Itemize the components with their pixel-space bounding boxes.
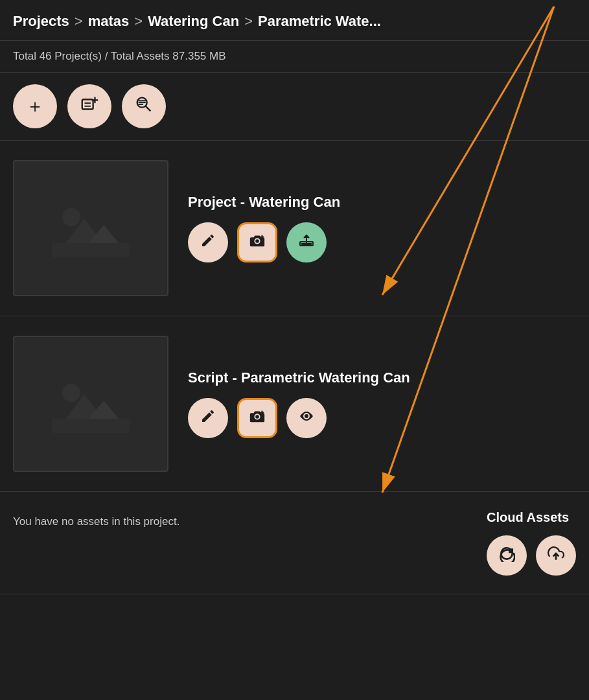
svg-rect-23	[52, 419, 130, 433]
toolbar: ＋	[0, 73, 589, 141]
cloud-assets-title: Cloud Assets	[487, 510, 569, 525]
edit-icon	[200, 233, 216, 252]
project-thumbnail-2	[13, 336, 168, 472]
search-button[interactable]	[122, 84, 166, 128]
upload-cloud-icon	[548, 545, 564, 566]
svg-rect-14	[52, 243, 130, 257]
refresh-button[interactable]	[487, 535, 527, 576]
upload-project-1-button[interactable]	[286, 222, 327, 262]
breadcrumb-parametric[interactable]: Parametric Wate...	[258, 13, 381, 30]
add-button[interactable]: ＋	[13, 84, 57, 128]
breadcrumb-sep-3: >	[244, 13, 253, 30]
project-item-script: Script - Parametric Watering Can	[0, 316, 589, 492]
add-collection-button[interactable]	[67, 84, 111, 128]
camera-add-icon-2	[249, 408, 266, 428]
edit-icon-2	[200, 408, 216, 428]
no-assets-label: You have no assets in this project.	[13, 510, 179, 528]
project-actions-1	[188, 222, 340, 262]
stats-text: Total 46 Project(s) / Total Assets 87.35…	[13, 50, 226, 62]
refresh-icon	[498, 545, 515, 566]
project-title-2: Script - Parametric Watering Can	[188, 369, 410, 386]
svg-line-6	[146, 106, 151, 111]
project-actions-2	[188, 398, 410, 438]
breadcrumb: Projects > matas > Watering Can > Parame…	[0, 0, 589, 41]
breadcrumb-sep-1: >	[75, 13, 83, 30]
breadcrumb-sep-2: >	[134, 13, 143, 30]
project-item-watering-can: Project - Watering Can	[0, 141, 589, 316]
edit-project-2-button[interactable]	[188, 398, 228, 438]
search-icon	[134, 95, 154, 119]
add-collection-icon	[80, 95, 99, 119]
edit-project-1-button[interactable]	[188, 222, 228, 262]
view-project-2-button[interactable]	[286, 398, 327, 438]
eye-icon	[299, 408, 314, 428]
project-info-2: Script - Parametric Watering Can	[188, 369, 410, 438]
stats-bar: Total 46 Project(s) / Total Assets 87.35…	[0, 41, 589, 73]
capture-project-2-button[interactable]	[237, 398, 277, 438]
svg-rect-0	[82, 99, 93, 109]
project-title-1: Project - Watering Can	[188, 194, 340, 211]
svg-point-22	[62, 384, 80, 402]
cloud-assets-panel: Cloud Assets	[487, 510, 576, 576]
add-icon: ＋	[26, 94, 44, 119]
project-info-1: Project - Watering Can	[188, 194, 340, 262]
breadcrumb-matas[interactable]: matas	[88, 13, 130, 30]
cloud-buttons	[487, 535, 576, 576]
upload-cloud-button[interactable]	[536, 535, 576, 576]
breadcrumb-projects[interactable]: Projects	[13, 13, 69, 30]
breadcrumb-watering-can[interactable]: Watering Can	[148, 13, 239, 30]
project-thumbnail-1	[13, 160, 168, 296]
svg-point-13	[62, 208, 80, 226]
capture-project-1-button[interactable]	[237, 222, 277, 262]
bottom-section: You have no assets in this project. Clou…	[0, 492, 589, 594]
camera-add-icon	[249, 232, 266, 253]
upload-icon	[299, 233, 314, 252]
